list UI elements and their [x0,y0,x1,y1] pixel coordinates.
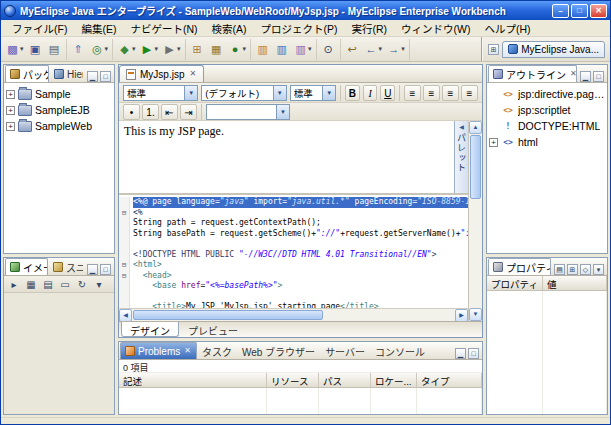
column-header-path[interactable]: パス [319,373,371,387]
code-line[interactable]: <%@ page language="java" import="java.ut… [119,197,468,208]
dropdown-arrow-icon[interactable]: ▾ [20,45,24,53]
vertical-scrollbar[interactable]: ▲ ▼ [468,121,482,321]
chevron-down-icon[interactable]: ▼ [273,86,286,100]
bulleted-list-icon[interactable]: • [123,104,140,120]
expand-icon[interactable]: + [6,122,15,131]
menu-navigate[interactable]: ナビゲート(N) [123,20,204,37]
debug-icon[interactable]: ◆▾ [115,40,138,59]
show-categories-icon[interactable]: ▤ [554,264,565,275]
maximize-icon[interactable]: □ [100,71,111,82]
align-left-icon[interactable]: ≡ [404,85,421,101]
column-header-resource[interactable]: リソース [267,373,319,387]
align-justify-icon[interactable]: ≡ [461,85,478,101]
expand-icon[interactable]: + [6,106,15,115]
code-line[interactable]: String basePath = request.getScheme()+":… [119,229,468,240]
scrollbar-thumb[interactable] [470,135,481,199]
problems-table-body[interactable] [119,388,482,414]
palette-flyout[interactable]: ◀ パレット [454,121,468,193]
editor-tab-myjsp[interactable]: MyJsp.jsp ✕ [119,65,204,82]
app-server-icon[interactable]: ◎▾ [88,40,111,59]
source-view[interactable]: <%@ page language="java" import="java.ut… [119,195,468,308]
properties-table-body[interactable] [487,291,607,414]
outline-item[interactable]: !DOCTYPE:HTML [489,118,605,134]
tree-item-sampleweb[interactable]: +SampleWeb [6,118,112,134]
outline-item[interactable]: <>jsp:directive.page language=java [489,86,605,102]
code-line[interactable]: <base href="<%=basePath%>"> [119,281,468,292]
maximize-button[interactable]: □ [571,4,588,18]
run-icon[interactable]: ▶▾ [138,40,161,59]
new-xml-icon[interactable]: ▥▾ [291,40,314,59]
column-header-value[interactable]: 値 [543,276,607,290]
column-header-type[interactable]: タイプ [417,373,482,387]
outdent-icon[interactable]: ⇤ [161,104,178,120]
close-icon[interactable]: ✕ [569,70,577,78]
dropdown-arrow-icon[interactable]: ▾ [105,45,109,53]
new-class-icon[interactable]: ●▾ [226,40,249,59]
column-header-property[interactable]: プロパティ [487,276,543,290]
close-button[interactable]: ✕ [590,4,607,18]
dropdown-arrow-icon[interactable]: ▾ [401,45,405,53]
form-icon[interactable]: ▭ [57,277,73,292]
print-icon[interactable]: ▤ [45,40,64,59]
menu-file[interactable]: ファイル(F) [5,20,74,37]
search-icon[interactable]: ⊙ [319,40,338,59]
table-icon[interactable]: ▤ [40,277,56,292]
perspective-button[interactable]: MyEclipse Java... [502,41,605,58]
new-wizard-icon[interactable]: ▩▾ [3,40,26,59]
align-right-icon[interactable]: ≡ [442,85,459,101]
dropdown-arrow-icon[interactable]: ▾ [243,45,247,53]
underline-button[interactable]: U [380,85,395,101]
save-icon[interactable]: ▣ [26,40,45,59]
outline-item[interactable]: <>jsp:scriptlet [489,102,605,118]
chevron-down-icon[interactable]: ▼ [276,105,289,119]
new-html-icon[interactable]: ▥ [272,40,291,59]
menu-search[interactable]: 検索(A) [205,20,254,37]
refresh-icon[interactable]: ↻ [74,277,90,292]
scroll-up-icon[interactable]: ▲ [469,121,482,134]
menu-window[interactable]: ウィンドウ(W) [394,20,477,37]
new-package-icon[interactable]: ▦ [207,40,226,59]
code-line[interactable]: <!DOCTYPE HTML PUBLIC "-//W3C//DTD HTML … [119,250,468,261]
close-icon[interactable]: ✕ [183,347,192,355]
external-tools-icon[interactable]: ▶▾ [160,40,183,59]
tab-console[interactable]: コンソール [370,342,430,359]
code-line[interactable]: ⊟ <head> [119,271,468,282]
view-menu-icon[interactable]: ▾ [91,277,107,292]
tab-outline[interactable]: アウトライン ✕ [488,65,577,82]
tab-servers[interactable]: サーバー [320,342,370,359]
tab-image-preview[interactable]: イメー ✕ [5,258,48,275]
tab-package-explorer[interactable]: パッケ ✕ [5,65,49,82]
outline-item[interactable]: +<>html [489,134,605,150]
tab-problems[interactable]: Problems✕ [120,342,197,359]
collapse-icon[interactable]: ⊟ [119,271,130,282]
close-icon[interactable]: ✕ [188,70,197,78]
menu-project[interactable]: プロジェクト(P) [254,20,345,37]
dropdown-arrow-icon[interactable]: ▾ [132,45,136,53]
tab-preview[interactable]: プレビュー [179,322,247,337]
chevron-left-icon[interactable]: ◀ [459,123,464,130]
tree-item-sample[interactable]: +Sample [6,86,112,102]
selection-tool-icon[interactable]: ▸ [6,277,22,292]
font-size-combo[interactable]: 標準 ▼ [290,85,336,101]
tab-properties[interactable]: プロパティー ✕ [488,258,551,275]
tab-hierarchy[interactable]: Hierar [49,65,84,82]
deploy-icon[interactable]: ⇑ [69,40,88,59]
code-line[interactable]: ⊟<html> [119,260,468,271]
scroll-down-icon[interactable]: ▼ [469,308,482,321]
view-menu-icon[interactable]: ▾ [593,264,604,275]
new-jsp-icon[interactable]: ▥ [253,40,272,59]
paragraph-format-combo[interactable]: 標準 ▼ [123,85,198,101]
collapse-icon[interactable]: ⊟ [119,260,130,271]
column-header-location[interactable]: ロケー... [371,373,417,387]
minimize-button[interactable]: – [552,4,569,18]
title-bar[interactable]: MyEclipse Java エンタープライズ - SampleWeb/WebR… [1,1,610,20]
code-line[interactable] [119,292,468,303]
design-canvas[interactable]: This is my JSP page. [119,121,454,193]
back-icon[interactable]: ←▾ [362,40,385,59]
minimize-icon[interactable]: ▁ [87,71,98,82]
last-edit-location-icon[interactable]: ↩ [343,40,362,59]
expand-icon[interactable]: + [6,90,15,99]
bold-button[interactable]: B [345,85,360,101]
maximize-icon[interactable]: □ [593,71,604,82]
tree-item-sampleejb[interactable]: +SampleEJB [6,102,112,118]
